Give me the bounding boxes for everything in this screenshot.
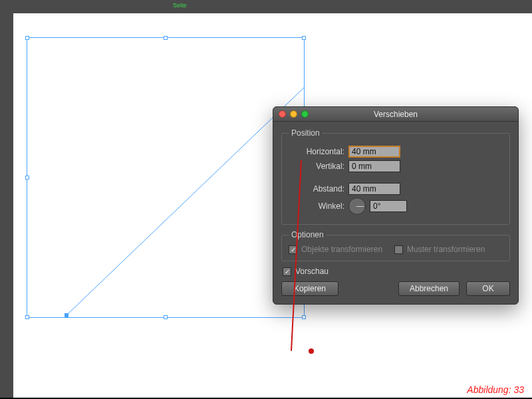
transform-objects-label: Objekte transformieren [301, 245, 382, 254]
figure-caption: Abbildung: 33 [467, 384, 524, 395]
vertical-input[interactable] [348, 160, 400, 172]
position-group: Position Horizontal: Vertikal: Abstand: … [281, 128, 510, 225]
horizontal-label: Horizontal: [289, 147, 344, 156]
angle-input[interactable] [370, 200, 407, 212]
copy-button[interactable]: Kopieren [281, 281, 338, 296]
transform-patterns-checkbox: Muster transformieren [394, 245, 485, 254]
options-group: Optionen Objekte transformieren Muster t… [281, 230, 510, 261]
selection-handle-ml[interactable] [25, 176, 29, 180]
preview-checkbox[interactable]: Vorschau [283, 267, 510, 276]
transform-patterns-label: Muster transformieren [407, 245, 485, 254]
selection-handle-bl[interactable] [25, 315, 29, 319]
distance-label: Abstand: [289, 184, 344, 194]
vertical-label: Vertikal: [289, 162, 344, 171]
checkbox-icon [394, 245, 403, 254]
dialog-title: Verschieben [273, 110, 518, 119]
angle-dial-icon[interactable] [348, 198, 366, 215]
annotation-arrow-head [309, 348, 314, 354]
cancel-button[interactable]: Abbrechen [398, 281, 460, 296]
horizontal-input[interactable] [348, 146, 400, 158]
selection-handle-bc[interactable] [164, 315, 168, 319]
dialog-titlebar[interactable]: Verschieben [273, 107, 518, 122]
selection-rectangle[interactable] [27, 37, 305, 318]
position-legend: Position [289, 128, 323, 138]
selection-handle-br[interactable] [302, 315, 306, 319]
checkbox-icon [283, 267, 291, 276]
angle-label: Winkel: [289, 201, 344, 211]
selection-handle-tc[interactable] [164, 36, 168, 40]
page-label: Seite [173, 2, 187, 9]
selection-handle-tl[interactable] [25, 36, 29, 40]
preview-label: Vorschau [295, 267, 329, 276]
ok-button[interactable]: OK [466, 281, 510, 296]
options-legend: Optionen [289, 230, 327, 239]
distance-input[interactable] [348, 183, 400, 195]
move-dialog: Verschieben Position Horizontal: Vertika… [273, 106, 519, 305]
transform-objects-checkbox: Objekte transformieren [289, 245, 382, 254]
selection-handle-tr[interactable] [302, 36, 306, 40]
